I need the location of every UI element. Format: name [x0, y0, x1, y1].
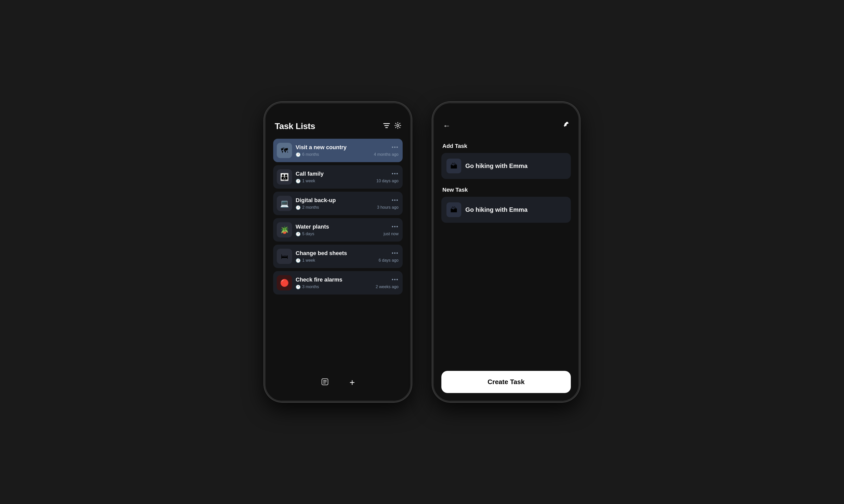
task-emoji-digital-backup: 💻 — [277, 196, 292, 211]
task-right-call-family: ••• 10 days ago — [376, 171, 399, 183]
task-last-done-6: 2 weeks ago — [376, 285, 399, 289]
task-card-fire-alarms[interactable]: 🔴 Check fire alarms 🕐 3 months ••• 2 wee… — [273, 271, 403, 294]
create-task-button[interactable]: Create Task — [441, 371, 571, 393]
task-menu-btn-4[interactable]: ••• — [392, 224, 399, 230]
task-menu-btn-3[interactable]: ••• — [392, 197, 399, 203]
svg-point-3 — [397, 125, 399, 126]
task-name-call-family: Call family — [296, 170, 373, 177]
task-last-done-4: just now — [383, 232, 399, 236]
bottom-nav: + — [273, 373, 403, 396]
task-info-bed-sheets: Change bed sheets 🕐 1 week — [296, 250, 375, 263]
new-task-section: New Task 🏔 Go hiking with Emma — [441, 186, 571, 230]
task-name-fire-alarms: Check fire alarms — [296, 276, 372, 283]
task-card-water-plants[interactable]: 🪴 Water plants 🕐 5 days ••• just now — [273, 218, 403, 241]
new-task-name: Go hiking with Emma — [465, 206, 528, 213]
svg-rect-0 — [383, 123, 390, 124]
svg-rect-2 — [385, 127, 388, 128]
task-card-call-family[interactable]: 👨‍👩‍👦 Call family 🕐 1 week ••• 10 days a… — [273, 165, 403, 188]
task-meta-water-plants: 🕐 5 days — [296, 232, 380, 236]
task-last-done-2: 10 days ago — [376, 179, 399, 183]
clock-icon-6: 🕐 — [296, 285, 301, 289]
clock-icon-3: 🕐 — [296, 205, 301, 210]
svg-rect-7 — [323, 383, 326, 383]
left-phone: Task Lists — [264, 102, 412, 402]
task-right-visit-country: ••• 4 months ago — [374, 144, 399, 157]
task-emoji-bed-sheets: 🛏 — [277, 249, 292, 264]
task-meta-visit-country: 🕐 6 months — [296, 152, 370, 157]
clock-icon-1: 🕐 — [296, 152, 301, 157]
task-name-visit-country: Visit a new country — [296, 144, 370, 151]
task-last-done-1: 4 months ago — [374, 152, 399, 157]
add-task-option[interactable]: 🏔 Go hiking with Emma — [441, 153, 571, 179]
task-info-visit-country: Visit a new country 🕐 6 months — [296, 144, 370, 157]
left-header: Task Lists — [273, 121, 403, 131]
task-name-bed-sheets: Change bed sheets — [296, 250, 375, 256]
task-name-digital-backup: Digital back-up — [296, 197, 373, 204]
task-menu-btn-6[interactable]: ••• — [392, 277, 399, 283]
task-emoji-call-family: 👨‍👩‍👦 — [277, 169, 292, 184]
svg-rect-5 — [323, 380, 327, 381]
clock-icon-2: 🕐 — [296, 179, 301, 183]
pin-icon[interactable] — [562, 121, 569, 130]
task-meta-call-family: 🕐 1 week — [296, 179, 373, 183]
add-task-emoji: 🏔 — [446, 159, 461, 173]
task-menu-btn-1[interactable]: ••• — [392, 144, 399, 150]
task-card-digital-backup[interactable]: 💻 Digital back-up 🕐 2 months ••• 3 hours… — [273, 192, 403, 215]
task-right-digital-backup: ••• 3 hours ago — [377, 197, 399, 210]
task-last-done-3: 3 hours ago — [377, 205, 399, 210]
task-right-bed-sheets: ••• 6 days ago — [379, 250, 399, 263]
task-emoji-water-plants: 🪴 — [277, 222, 292, 237]
task-card-visit-country[interactable]: 🗺 Visit a new country 🕐 6 months ••• 4 m… — [273, 139, 403, 162]
task-right-water-plants: ••• just now — [383, 224, 399, 236]
task-name-water-plants: Water plants — [296, 223, 380, 230]
right-header: ← — [441, 119, 571, 132]
task-meta-bed-sheets: 🕐 1 week — [296, 258, 375, 263]
task-meta-fire-alarms: 🕐 3 months — [296, 285, 372, 289]
task-menu-btn-2[interactable]: ••• — [392, 171, 399, 177]
nav-add-icon[interactable]: + — [349, 377, 355, 388]
task-menu-btn-5[interactable]: ••• — [392, 250, 399, 256]
task-list: 🗺 Visit a new country 🕐 6 months ••• 4 m… — [273, 139, 403, 373]
task-info-call-family: Call family 🕐 1 week — [296, 170, 373, 183]
filter-icon[interactable] — [383, 123, 390, 130]
new-task-emoji: 🏔 — [446, 202, 461, 217]
page-title: Task Lists — [275, 121, 315, 131]
new-task-option[interactable]: 🏔 Go hiking with Emma — [441, 197, 571, 223]
task-last-done-5: 6 days ago — [379, 258, 399, 263]
task-info-digital-backup: Digital back-up 🕐 2 months — [296, 197, 373, 210]
add-task-section: Add Task 🏔 Go hiking with Emma — [441, 143, 571, 186]
right-phone: ← Add Task 🏔 Go hiking with Emma New Tas… — [432, 102, 580, 402]
add-task-name: Go hiking with Emma — [465, 162, 528, 169]
task-emoji-visit-country: 🗺 — [277, 143, 292, 158]
task-emoji-fire-alarms: 🔴 — [277, 275, 292, 290]
task-meta-digital-backup: 🕐 2 months — [296, 205, 373, 210]
svg-rect-6 — [323, 381, 327, 382]
settings-icon[interactable] — [395, 122, 401, 130]
new-task-label: New Task — [441, 186, 571, 193]
svg-rect-1 — [384, 125, 389, 126]
task-info-fire-alarms: Check fire alarms 🕐 3 months — [296, 276, 372, 289]
back-button[interactable]: ← — [443, 122, 450, 130]
clock-icon-5: 🕐 — [296, 258, 301, 263]
add-task-label: Add Task — [441, 143, 571, 149]
nav-list-icon[interactable] — [321, 378, 329, 388]
header-icons — [383, 122, 401, 130]
task-right-fire-alarms: ••• 2 weeks ago — [376, 277, 399, 289]
task-card-bed-sheets[interactable]: 🛏 Change bed sheets 🕐 1 week ••• 6 days … — [273, 245, 403, 268]
clock-icon-4: 🕐 — [296, 232, 301, 236]
task-info-water-plants: Water plants 🕐 5 days — [296, 223, 380, 236]
